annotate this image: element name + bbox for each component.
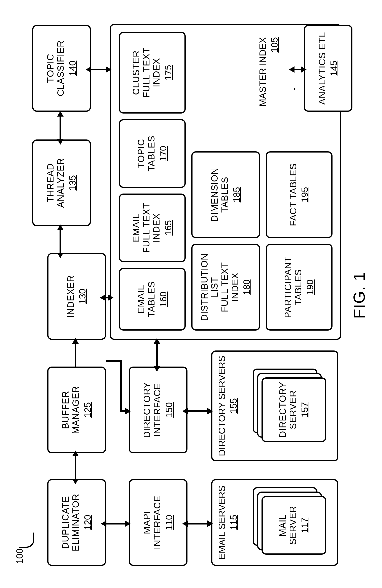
num: 135	[67, 175, 78, 191]
label: DIRECTORYSERVER	[278, 382, 298, 438]
block-buffer-manager: BUFFERMANAGER 125	[47, 367, 106, 453]
block-dimension-tables: DIMENSIONTABLES 185	[191, 151, 260, 238]
arrow	[106, 360, 122, 362]
arrowhead-down-icon	[207, 521, 213, 527]
arrow	[60, 116, 61, 140]
num: 145	[328, 61, 339, 76]
arrow	[120, 360, 122, 412]
label: MAIL SERVER	[278, 497, 298, 553]
arrowhead-right-icon	[57, 225, 64, 230]
label: MAPIINTERFACE	[142, 496, 162, 549]
label: EMAILTABLES	[136, 281, 156, 317]
arrowhead-left-icon	[72, 479, 79, 484]
arrow	[294, 69, 302, 70]
arrowhead-down-icon	[207, 408, 213, 414]
label: INDEXER	[66, 275, 76, 317]
block-directory-interface: DIRECTORYINTERFACE 150	[129, 367, 187, 453]
block-thread-analyzer: THREADANALYZER 135	[32, 139, 91, 226]
num: 140	[67, 61, 78, 76]
num: 115	[228, 480, 239, 565]
arrowhead-right-icon	[154, 338, 160, 344]
label: THREADANALYZER	[45, 158, 66, 208]
num: 125	[82, 402, 93, 418]
arrowhead-up-icon	[182, 521, 188, 527]
block-mapi-interface: MAPIINTERFACE 110	[129, 479, 187, 566]
arrowhead-down-icon	[106, 66, 112, 73]
arrowhead-left-icon	[57, 139, 64, 145]
label: EMAILFULL TEXTINDEX	[131, 203, 161, 253]
label: DISTRIBUTIONLISTFULL TEXTINDEX	[199, 253, 240, 321]
arrowhead-left-icon	[57, 252, 64, 258]
num: 185	[231, 187, 242, 203]
title: DIRECTORY SERVERS 155	[216, 352, 239, 460]
label: FACT TABLES	[288, 163, 298, 226]
stack-directory-server: DIRECTORYSERVER 157	[253, 370, 325, 442]
ref-hook	[19, 533, 34, 548]
block-email-tables: EMAILTABLES 160	[119, 268, 186, 331]
num: 155	[228, 352, 239, 460]
num: 110	[163, 515, 174, 530]
arrowhead-up-icon	[86, 66, 91, 73]
label: PARTICIPANTTABLES	[283, 256, 303, 318]
label: DIRECTORYINTERFACE	[142, 382, 162, 438]
num: 150	[163, 402, 174, 418]
container-email-servers: EMAIL SERVERS 115 MAIL SERVER 117	[211, 479, 338, 566]
block-analytics-etl: ANALYTICS ETL 145	[304, 25, 352, 112]
label: TOPICCLASSIFIER	[45, 40, 66, 96]
num: 157	[299, 402, 310, 418]
stack-mail-server: MAIL SERVER 117	[253, 488, 325, 555]
label: CLUSTERFULL TEXTINDEX	[131, 48, 161, 98]
arrow	[106, 523, 126, 525]
num: 170	[158, 146, 169, 161]
label: DIMENSIONTABLES	[209, 168, 230, 222]
label: ANALYTICS ETL	[317, 32, 327, 105]
num: 190	[305, 279, 315, 295]
block-dist-list-fti: DISTRIBUTIONLISTFULL TEXTINDEX 180	[191, 244, 260, 331]
arrowhead-left-icon	[154, 366, 160, 372]
num: 120	[82, 515, 93, 530]
block-topic-classifier: TOPICCLASSIFIER 140	[32, 25, 91, 112]
title: MASTER INDEX 105	[257, 37, 280, 106]
arrowhead-down-icon	[108, 294, 113, 301]
block-email-fti: EMAILFULL TEXTINDEX 165	[119, 193, 186, 262]
block-fact-tables: FACT TABLES 195	[266, 151, 333, 238]
block-participant-tables: PARTICIPANTTABLES 190	[266, 244, 333, 331]
arrow	[60, 229, 61, 253]
label: TOPICTABLES	[136, 136, 156, 172]
arrowhead-right-icon	[57, 111, 64, 117]
arrow	[294, 88, 295, 90]
block-topic-tables: TOPICTABLES 170	[119, 119, 186, 188]
num: 105	[269, 37, 280, 106]
block-cluster-fti: CLUSTERFULL TEXTINDEX 175	[119, 32, 186, 114]
num: 180	[241, 279, 252, 295]
label: BUFFERMANAGER	[60, 386, 81, 434]
num: 175	[163, 65, 174, 80]
arrowhead-up-icon	[100, 294, 105, 301]
arrow	[156, 343, 158, 367]
arrow	[75, 343, 76, 367]
label: EMAIL SERVERS	[217, 485, 227, 559]
num: 165	[163, 220, 174, 236]
container-directory-servers: DIRECTORY SERVERS 155 DIRECTORYSERVER 15…	[211, 351, 338, 462]
arrowhead-up-icon	[182, 408, 188, 414]
title: EMAIL SERVERS 115	[216, 480, 239, 565]
arrowhead-up-icon	[289, 66, 294, 73]
arrow	[90, 69, 107, 70]
arrowhead-down-icon	[125, 521, 131, 527]
arrowhead-right-icon	[72, 451, 79, 456]
figure-label: FIG. 1	[350, 272, 368, 319]
arrowhead-down-icon	[125, 408, 131, 414]
block-indexer: INDEXER 130	[47, 253, 106, 340]
arrowhead-down-icon	[301, 66, 307, 73]
block-duplicate-eliminator: DUPLICATEELIMINATOR 120	[47, 479, 106, 566]
arrow	[187, 523, 208, 525]
figure-ref: 100	[14, 548, 25, 564]
label: MASTER INDEX	[257, 37, 268, 106]
label: DUPLICATEELIMINATOR	[60, 494, 81, 551]
num: 195	[299, 187, 310, 203]
arrowhead-right-icon	[72, 338, 79, 344]
arrowhead-up-icon	[101, 521, 106, 527]
num: 117	[299, 518, 310, 533]
label: DIRECTORY SERVERS	[217, 356, 227, 456]
num: 130	[77, 289, 88, 304]
